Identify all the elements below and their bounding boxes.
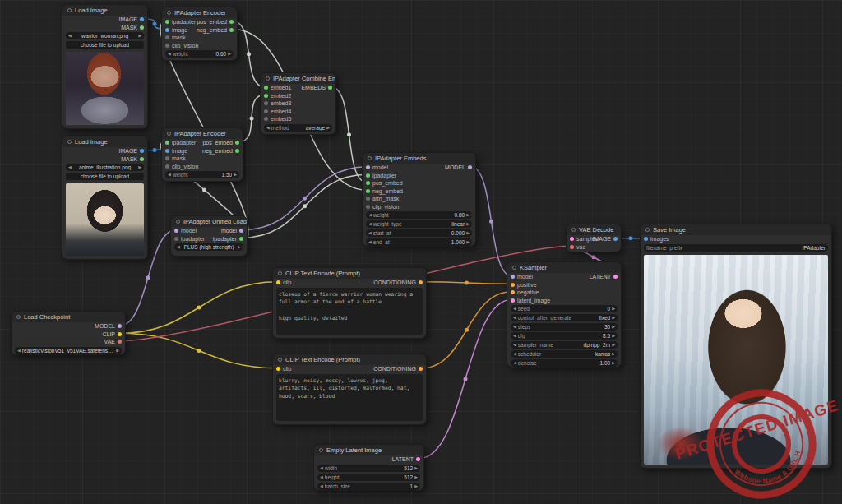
- node-title-bar[interactable]: Load Checkpoint: [12, 312, 125, 322]
- combo-prev-icon[interactable]: ◀: [368, 240, 372, 244]
- LATENT-output-dot[interactable]: [416, 457, 420, 461]
- combo-prev-icon[interactable]: ◀: [513, 316, 516, 320]
- samples-input-dot[interactable]: [570, 237, 574, 241]
- widget-control_after_generate[interactable]: ◀control_after_generatefixed▶: [511, 314, 618, 321]
- combo-prev-icon[interactable]: ◀: [513, 361, 516, 365]
- combo-next-icon[interactable]: ▶: [234, 173, 237, 177]
- widget-image[interactable]: ◀imagewarrior_woman.png▶: [66, 32, 144, 39]
- model-output-dot[interactable]: [239, 229, 243, 233]
- clip-input-dot[interactable]: [276, 367, 280, 371]
- embed1-input-dot[interactable]: [264, 86, 268, 90]
- clip-input-dot[interactable]: [276, 280, 280, 284]
- images-input-dot[interactable]: [644, 237, 648, 241]
- mask-input-dot[interactable]: [165, 35, 169, 39]
- node-title-bar[interactable]: Load Image: [62, 136, 147, 147]
- collapse-icon[interactable]: [278, 271, 282, 275]
- widget-steps[interactable]: ◀steps30▶: [511, 323, 618, 331]
- clip_vision-input-dot[interactable]: [165, 44, 169, 48]
- collapse-icon[interactable]: [645, 228, 650, 232]
- prompt-text-widget[interactable]: closeup of a fierce warrior woman wearin…: [276, 288, 423, 335]
- node-title-bar[interactable]: Empty Latent Image: [314, 445, 423, 455]
- combo-next-icon[interactable]: ▶: [414, 475, 418, 479]
- combo-prev-icon[interactable]: ◀: [17, 349, 21, 353]
- node-title-bar[interactable]: IPAdapter Encoder: [162, 7, 237, 18]
- model-input-dot[interactable]: [366, 165, 370, 169]
- combo-prev-icon[interactable]: ◀: [320, 484, 323, 488]
- node-title-bar[interactable]: CLIP Text Encode (Prompt): [273, 354, 426, 365]
- LATENT-output-dot[interactable]: [613, 275, 618, 279]
- combo-next-icon[interactable]: ▶: [612, 325, 615, 329]
- IMAGE-output-dot[interactable]: [140, 17, 144, 21]
- graph-canvas[interactable]: Load ImageIMAGEMASK◀imagewarrior_woman.p…: [0, 0, 842, 504]
- combo-next-icon[interactable]: ▶: [116, 349, 119, 353]
- embed5-input-dot[interactable]: [264, 117, 268, 121]
- node-title-bar[interactable]: CLIP Text Encode (Prompt): [273, 268, 426, 279]
- neg_embed-input-dot[interactable]: [366, 189, 370, 193]
- combo-prev-icon[interactable]: ◀: [266, 126, 270, 130]
- node-load-image-1[interactable]: Load ImageIMAGEMASK◀imagewarrior_woman.p…: [62, 4, 148, 129]
- node-clip-text-encode-1[interactable]: CLIP Text Encode (Prompt)clipCONDITIONIN…: [272, 267, 427, 339]
- node-load-image-2[interactable]: Load ImageIMAGEMASK◀imageanime_illustrat…: [62, 136, 148, 260]
- combo-next-icon[interactable]: ▶: [612, 334, 615, 338]
- collapse-icon[interactable]: [167, 132, 171, 136]
- node-title-bar[interactable]: Save Image: [641, 224, 831, 235]
- widget-choose file to upload[interactable]: choose file to upload: [66, 41, 144, 49]
- widget-sampler_name[interactable]: ◀sampler_namedpmpp_2m▶: [511, 341, 618, 349]
- combo-next-icon[interactable]: ▶: [466, 213, 470, 217]
- widget-batch_size[interactable]: ◀batch_size1▶: [317, 483, 420, 490]
- node-title-bar[interactable]: IPAdapter Unified Loader: [171, 216, 247, 227]
- node-title-bar[interactable]: IPAdapter Combine Embeds: [261, 73, 335, 84]
- model-input-dot[interactable]: [174, 229, 178, 233]
- ipadapter-input-dot[interactable]: [174, 237, 178, 241]
- embed2-input-dot[interactable]: [264, 94, 268, 98]
- combo-next-icon[interactable]: ▶: [466, 240, 470, 244]
- node-ipadapter-encoder-1[interactable]: IPAdapter Encoderipadapterimagemaskclip_…: [161, 7, 238, 61]
- combo-next-icon[interactable]: ▶: [466, 222, 470, 226]
- node-ipadapter-encoder-2[interactable]: IPAdapter Encoderipadapterimagemaskclip_…: [161, 127, 243, 182]
- collapse-icon[interactable]: [319, 448, 323, 452]
- widget-scheduler[interactable]: ◀schedulerkarras▶: [511, 350, 618, 358]
- clip_vision-input-dot[interactable]: [366, 205, 370, 209]
- widget-method[interactable]: ◀methodaverage▶: [264, 124, 332, 132]
- combo-prev-icon[interactable]: ◀: [168, 52, 171, 56]
- widget-cfg[interactable]: ◀cfg8.5▶: [511, 332, 618, 340]
- combo-prev-icon[interactable]: ◀: [513, 307, 516, 311]
- attn_mask-input-dot[interactable]: [366, 197, 370, 201]
- collapse-icon[interactable]: [278, 358, 282, 362]
- node-title-bar[interactable]: KSampler: [507, 262, 621, 273]
- combo-next-icon[interactable]: ▶: [326, 126, 330, 130]
- combo-prev-icon[interactable]: ◀: [320, 475, 323, 479]
- negative-input-dot[interactable]: [511, 290, 515, 294]
- combo-next-icon[interactable]: ▶: [238, 245, 241, 249]
- node-load-checkpoint[interactable]: Load CheckpointMODELCLIPVAE◀ckpt_namerea…: [11, 311, 126, 355]
- combo-next-icon[interactable]: ▶: [612, 352, 615, 356]
- widget-weight_type[interactable]: ◀weight_typelinear▶: [366, 220, 472, 228]
- combo-next-icon[interactable]: ▶: [414, 466, 418, 470]
- node-ipadapter-unified-loader[interactable]: IPAdapter Unified Loadermodelipadaptermo…: [170, 215, 248, 257]
- embed3-input-dot[interactable]: [264, 101, 268, 105]
- collapse-icon[interactable]: [67, 140, 72, 144]
- collapse-icon[interactable]: [167, 11, 171, 15]
- node-ipadapter-combine-embeds[interactable]: IPAdapter Combine Embedsembed1embed2embe…: [260, 72, 336, 135]
- combo-prev-icon[interactable]: ◀: [368, 222, 372, 226]
- combo-next-icon[interactable]: ▶: [466, 231, 470, 235]
- collapse-icon[interactable]: [512, 266, 516, 270]
- neg_embed-output-dot[interactable]: [235, 149, 239, 153]
- combo-next-icon[interactable]: ▶: [612, 361, 615, 365]
- combo-prev-icon[interactable]: ◀: [368, 213, 372, 217]
- IMAGE-output-dot[interactable]: [613, 237, 618, 241]
- widget-ckpt_name[interactable]: ◀ckpt_namerealisticVisionV51_v51VAE.safe…: [15, 347, 122, 354]
- EMBEDS-output-dot[interactable]: [328, 86, 332, 90]
- embed4-input-dot[interactable]: [264, 109, 268, 113]
- combo-prev-icon[interactable]: ◀: [68, 165, 72, 169]
- widget-weight[interactable]: ◀weight0.60▶: [165, 50, 234, 58]
- combo-prev-icon[interactable]: ◀: [168, 173, 171, 177]
- node-empty-latent-image[interactable]: Empty Latent ImageLATENT◀width512▶◀heigh…: [313, 444, 424, 491]
- CONDITIONING-output-dot[interactable]: [419, 367, 423, 371]
- widget-preset[interactable]: ◀presetPLUS (high strength)▶: [174, 243, 243, 251]
- collapse-icon[interactable]: [16, 315, 21, 319]
- collapse-icon[interactable]: [571, 228, 576, 232]
- ipadapter-input-dot[interactable]: [165, 20, 169, 24]
- widget-height[interactable]: ◀height512▶: [317, 474, 420, 481]
- combo-next-icon[interactable]: ▶: [612, 307, 615, 311]
